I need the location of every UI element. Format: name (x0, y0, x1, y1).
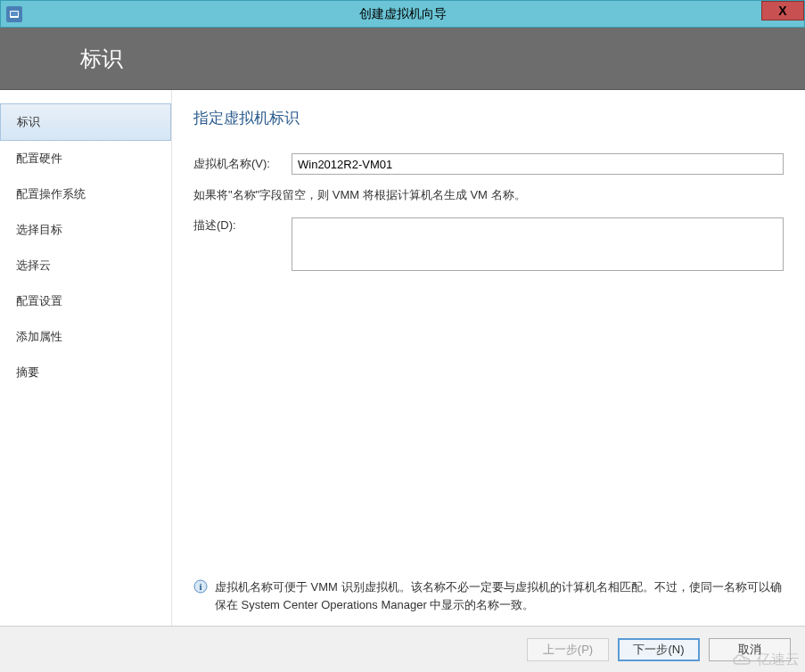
info-box: i 虚拟机名称可便于 VMM 识别虚拟机。该名称不必一定要与虚拟机的计算机名相匹… (193, 578, 784, 613)
footer: 上一步(P) 下一步(N) 取消 (0, 626, 805, 672)
close-icon: X (778, 4, 786, 18)
info-text: 虚拟机名称可便于 VMM 识别虚拟机。该名称不必一定要与虚拟机的计算机名相匹配。… (215, 578, 784, 613)
sidebar-item-os[interactable]: 配置操作系统 (0, 176, 171, 212)
vm-name-row: 虚拟机名称(V): (193, 153, 784, 175)
sidebar: 标识 配置硬件 配置操作系统 选择目标 选择云 配置设置 添加属性 摘要 (0, 90, 172, 626)
sidebar-item-label: 摘要 (16, 365, 39, 379)
main-panel: 指定虚拟机标识 虚拟机名称(V): 如果将"名称"字段留空，则 VMM 将根据计… (172, 90, 805, 626)
sidebar-item-label: 配置硬件 (16, 152, 62, 165)
header-banner: 标识 (0, 28, 805, 90)
sidebar-item-label: 选择目标 (16, 223, 62, 236)
vm-name-input[interactable] (292, 153, 784, 175)
sidebar-item-settings[interactable]: 配置设置 (0, 283, 171, 319)
description-row: 描述(D): (193, 217, 784, 271)
sidebar-item-identity[interactable]: 标识 (0, 103, 171, 141)
description-input[interactable] (292, 217, 784, 271)
cancel-button[interactable]: 取消 (709, 638, 791, 661)
titlebar: 创建虚拟机向导 X (0, 0, 805, 28)
svg-rect-1 (11, 12, 18, 16)
app-icon (6, 6, 22, 22)
window-title: 创建虚拟机向导 (359, 6, 447, 22)
description-label: 描述(D): (193, 217, 292, 234)
info-icon: i (193, 579, 208, 594)
content-wrapper: 标识 配置硬件 配置操作系统 选择目标 选择云 配置设置 添加属性 摘要 指定虚… (0, 90, 805, 626)
sidebar-item-cloud[interactable]: 选择云 (0, 248, 171, 283)
sidebar-item-label: 选择云 (16, 258, 51, 272)
sidebar-item-hardware[interactable]: 配置硬件 (0, 141, 171, 176)
sidebar-item-label: 配置设置 (16, 294, 62, 307)
section-title: 指定虚拟机标识 (193, 108, 784, 128)
sidebar-item-summary[interactable]: 摘要 (0, 355, 171, 390)
svg-text:i: i (199, 581, 201, 592)
sidebar-item-label: 标识 (17, 115, 40, 128)
vm-name-help-text: 如果将"名称"字段留空，则 VMM 将根据计算机名生成 VM 名称。 (193, 187, 784, 203)
sidebar-item-label: 添加属性 (16, 330, 62, 343)
close-button[interactable]: X (761, 1, 804, 20)
sidebar-item-target[interactable]: 选择目标 (0, 212, 171, 248)
vm-name-label: 虚拟机名称(V): (193, 156, 292, 172)
sidebar-item-label: 配置操作系统 (16, 187, 86, 201)
page-title: 标识 (80, 45, 123, 73)
prev-button[interactable]: 上一步(P) (527, 638, 609, 661)
next-button[interactable]: 下一步(N) (618, 638, 700, 661)
sidebar-item-properties[interactable]: 添加属性 (0, 319, 171, 355)
